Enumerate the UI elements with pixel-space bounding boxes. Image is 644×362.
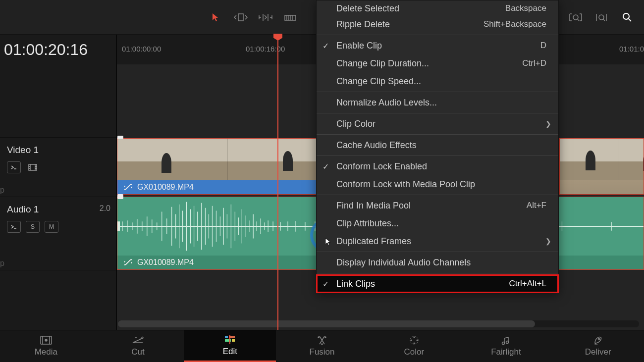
menu-delete-selected[interactable]: Delete SelectedBackspace bbox=[317, 0, 558, 15]
svg-point-14 bbox=[325, 337, 326, 338]
nav-cut[interactable]: Cut bbox=[92, 330, 184, 362]
nav-fusion[interactable]: Fusion bbox=[276, 330, 368, 362]
workspace-nav: Media Cut Edit Fusion Color Fairlight De… bbox=[0, 330, 644, 362]
checkmark-icon: ✓ bbox=[322, 162, 329, 171]
track-header-spacer bbox=[0, 64, 116, 138]
ruler-mark: 01:00:00:00 bbox=[122, 45, 161, 53]
audio-track-header[interactable]: Audio 1 2.0 S M p bbox=[0, 197, 116, 270]
menu-ripple-delete[interactable]: Ripple DeleteShift+Backspace bbox=[317, 15, 558, 33]
video-track-name: Video 1 bbox=[7, 145, 109, 155]
playhead[interactable] bbox=[277, 35, 278, 330]
timecode-display: 01:00:20:16 bbox=[0, 35, 116, 64]
video-track-header[interactable]: Video 1 p bbox=[0, 138, 116, 197]
svg-point-3 bbox=[599, 15, 604, 20]
nav-media[interactable]: Media bbox=[0, 330, 92, 362]
link-icon bbox=[124, 183, 132, 191]
svg-rect-12 bbox=[229, 335, 230, 344]
svg-point-19 bbox=[413, 343, 415, 344]
svg-rect-8 bbox=[225, 336, 228, 338]
menu-separator bbox=[317, 113, 558, 113]
cut-icon bbox=[132, 335, 145, 345]
zoom-fit-icon[interactable] bbox=[593, 9, 609, 25]
menu-enable-clip[interactable]: ✓Enable ClipD bbox=[317, 37, 558, 54]
chevron-right-icon: ❯ bbox=[545, 120, 551, 128]
solo-button[interactable]: S bbox=[26, 221, 40, 233]
menu-change-speed[interactable]: Change Clip Speed... bbox=[317, 72, 558, 90]
menu-duplicated-frames[interactable]: Duplicated Frames❯ bbox=[317, 232, 558, 250]
track-p: p bbox=[0, 259, 4, 268]
menu-find-media-pool[interactable]: Find In Media PoolAlt+F bbox=[317, 197, 558, 214]
zoom-out-icon[interactable] bbox=[568, 9, 584, 25]
svg-point-4 bbox=[623, 13, 629, 19]
menu-separator bbox=[317, 195, 558, 195]
menu-conform-mp[interactable]: Conform Lock with Media Pool Clip bbox=[317, 175, 558, 193]
edit-icon bbox=[224, 335, 235, 345]
menu-change-duration[interactable]: Change Clip Duration...Ctrl+D bbox=[317, 54, 558, 72]
svg-point-21 bbox=[502, 342, 505, 345]
menu-separator bbox=[317, 134, 558, 135]
svg-point-22 bbox=[506, 341, 509, 344]
link-icon bbox=[124, 259, 132, 266]
audio-track-name: Audio 1 bbox=[7, 204, 109, 215]
blade-tool-icon[interactable] bbox=[282, 9, 298, 25]
nav-deliver[interactable]: Deliver bbox=[552, 330, 644, 362]
menu-separator bbox=[317, 92, 558, 92]
deliver-icon bbox=[593, 335, 603, 345]
svg-point-18 bbox=[416, 340, 418, 341]
checkmark-icon: ✓ bbox=[322, 279, 329, 289]
tool-group bbox=[208, 9, 298, 25]
checkmark-icon: ✓ bbox=[322, 41, 329, 51]
scrollbar-thumb[interactable] bbox=[118, 320, 535, 327]
nav-edit[interactable]: Edit bbox=[184, 330, 276, 362]
menu-cache-audio[interactable]: Cache Audio Effects bbox=[317, 136, 558, 154]
ruler-mark: 01:00:16:00 bbox=[246, 45, 285, 53]
selection-tool-icon[interactable] bbox=[208, 9, 224, 25]
video-clip-filename: GX010089.MP4 bbox=[137, 183, 194, 192]
track-headers: Video 1 p Audio 1 2.0 S M p bbox=[0, 64, 116, 330]
menu-separator bbox=[317, 252, 558, 252]
thumbs bbox=[560, 139, 644, 180]
audio-channels: 2.0 bbox=[100, 204, 110, 213]
context-menu: Delete SelectedBackspace Ripple DeleteSh… bbox=[316, 0, 559, 293]
svg-point-7 bbox=[45, 339, 47, 341]
track-p: p bbox=[0, 186, 4, 195]
nav-fairlight[interactable]: Fairlight bbox=[460, 330, 552, 362]
color-icon bbox=[409, 335, 419, 345]
svg-point-20 bbox=[410, 340, 412, 341]
menu-link-clips[interactable]: ✓Link ClipsCtrl+Alt+L bbox=[317, 275, 558, 293]
fairlight-icon bbox=[501, 335, 510, 345]
svg-point-15 bbox=[322, 344, 322, 345]
svg-rect-11 bbox=[232, 339, 235, 342]
menu-display-channels[interactable]: Display Individual Audio Channels bbox=[317, 254, 558, 271]
svg-point-23 bbox=[598, 339, 600, 340]
timecode-value: 01:00:20:16 bbox=[4, 41, 88, 59]
menu-separator bbox=[317, 35, 558, 35]
nav-color[interactable]: Color bbox=[368, 330, 460, 362]
menu-separator bbox=[317, 273, 558, 273]
mute-button[interactable]: M bbox=[45, 221, 58, 233]
menu-clip-attributes[interactable]: Clip Attributes... bbox=[317, 214, 558, 232]
trim-out-tool-icon[interactable] bbox=[258, 9, 273, 25]
svg-point-17 bbox=[413, 337, 415, 338]
auto-select-icon[interactable] bbox=[7, 221, 21, 233]
audio-clip-filename: GX010089.MP4 bbox=[137, 258, 194, 267]
svg-rect-0 bbox=[238, 14, 243, 21]
search-icon[interactable] bbox=[619, 9, 635, 25]
menu-separator bbox=[317, 155, 558, 156]
svg-point-13 bbox=[318, 337, 319, 338]
fusion-icon bbox=[317, 335, 327, 345]
media-icon bbox=[40, 335, 52, 345]
auto-select-icon[interactable] bbox=[7, 161, 21, 173]
video-clip-2[interactable] bbox=[559, 138, 644, 195]
svg-point-2 bbox=[573, 15, 578, 20]
video-track-icon[interactable] bbox=[26, 161, 40, 173]
menu-normalize-audio[interactable]: Normalize Audio Levels... bbox=[317, 94, 558, 111]
trim-in-tool-icon[interactable] bbox=[233, 9, 249, 25]
chevron-right-icon: ❯ bbox=[545, 237, 551, 245]
menu-conform-lock[interactable]: ✓Conform Lock Enabled bbox=[317, 157, 558, 175]
ruler-mark: 01:01:04 bbox=[619, 45, 644, 53]
horizontal-scrollbar[interactable] bbox=[118, 320, 639, 327]
menu-clip-color[interactable]: Clip Color❯ bbox=[317, 115, 558, 133]
zoom-controls bbox=[568, 9, 635, 25]
